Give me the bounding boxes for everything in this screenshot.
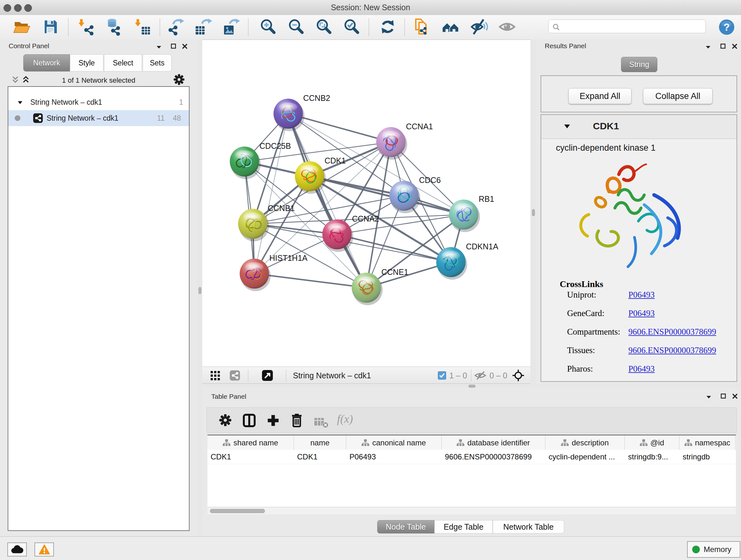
add-column-icon[interactable] <box>267 414 280 427</box>
cloud-button[interactable] <box>7 543 27 557</box>
control-panel-menu-icon[interactable] <box>155 44 163 51</box>
results-panel-close-icon[interactable] <box>731 43 739 51</box>
export-image-icon[interactable] <box>222 18 240 36</box>
help-icon[interactable]: ? <box>719 19 735 35</box>
function-builder-icon-disabled[interactable]: f(x) <box>337 412 353 426</box>
crosslink-value-link[interactable]: 9606.ENSP00000378699 <box>628 346 716 355</box>
show-all-icon[interactable] <box>498 18 516 36</box>
birds-eye-view-icon[interactable] <box>262 370 273 381</box>
show-columns-icon[interactable] <box>243 414 256 428</box>
collection-label: String Network – cdk1 <box>30 98 102 107</box>
control-tab-sets[interactable]: Sets <box>143 54 172 71</box>
new-network-from-selection-icon[interactable] <box>414 18 432 36</box>
import-network-database-icon[interactable] <box>105 18 122 36</box>
table-cell[interactable]: stringdb:9... <box>625 450 679 464</box>
network-node-CCNA1[interactable] <box>376 127 407 160</box>
network-node-CDC25B[interactable] <box>230 146 261 179</box>
collection-expand-icon[interactable] <box>17 100 23 106</box>
network-share-view-icon[interactable] <box>230 370 240 381</box>
network-node-CDC6[interactable] <box>389 181 420 213</box>
delete-table-icon-disabled[interactable] <box>314 417 329 428</box>
scrollbar-thumb[interactable] <box>210 509 265 513</box>
table-tab-node-table[interactable]: Node Table <box>377 520 434 534</box>
network-collection-row[interactable]: String Network – cdk1 1 <box>8 95 189 110</box>
grid-view-icon[interactable] <box>211 371 220 381</box>
table-cell[interactable]: P06493 <box>346 450 442 464</box>
network-node-RB1[interactable] <box>449 199 480 232</box>
network-canvas[interactable]: CCNB2CCNA1CDC25BCDK1CDC6RB1CCNB1CCNA2CDK… <box>202 40 530 367</box>
network-edge-HIST1H1A-CCNE1[interactable] <box>254 273 366 288</box>
delete-column-trash-icon[interactable] <box>290 413 303 428</box>
memory-button[interactable]: Memory <box>687 541 740 558</box>
export-network-icon[interactable] <box>167 18 185 36</box>
network-node-CCNB2[interactable] <box>273 99 305 131</box>
control-tab-network[interactable]: Network <box>23 54 70 71</box>
table-tab-network-table[interactable]: Network Table <box>493 520 564 534</box>
table-cell[interactable]: 9606.ENSP00000378699 <box>442 450 545 464</box>
crosslink-value-link[interactable]: P06493 <box>628 290 655 300</box>
table-panel-float-icon[interactable] <box>720 393 728 400</box>
collapse-all-button[interactable]: Collapse All <box>643 88 713 104</box>
table-cell[interactable]: CDK1 <box>294 450 346 464</box>
import-table-file-icon[interactable] <box>133 18 151 36</box>
refresh-network-icon[interactable] <box>379 18 397 36</box>
table-settings-gear-icon[interactable] <box>219 414 232 427</box>
column-header-database-identifier[interactable]: database identifier <box>442 435 545 450</box>
splitter-handle[interactable] <box>532 209 535 216</box>
table-cell[interactable]: CDK1 <box>207 450 294 464</box>
network-node-HIST1H1A[interactable] <box>240 259 271 291</box>
column-header-canonical-name[interactable]: canonical name <box>346 435 442 450</box>
warnings-button[interactable] <box>35 543 54 557</box>
table-panel-menu-icon[interactable] <box>705 393 713 401</box>
column-header-description[interactable]: description <box>545 435 625 450</box>
control-panel-float-icon[interactable] <box>170 43 178 51</box>
export-table-icon[interactable] <box>194 18 212 36</box>
expand-all-button[interactable]: Expand All <box>568 88 631 104</box>
zoom-fit-icon[interactable] <box>315 18 333 36</box>
save-session-icon[interactable] <box>42 18 59 36</box>
splitter-handle[interactable] <box>199 287 201 294</box>
column-header--id[interactable]: @id <box>625 435 679 450</box>
vertical-splitter-left[interactable] <box>197 40 202 537</box>
first-neighbors-icon[interactable] <box>442 18 460 36</box>
crosslink-value-link[interactable]: P06493 <box>628 308 655 318</box>
vertical-splitter-right[interactable] <box>530 40 536 384</box>
hidden-eye-icon[interactable] <box>474 371 486 380</box>
search-input[interactable] <box>548 19 706 33</box>
network-node-CDK1[interactable] <box>295 161 326 194</box>
network-row-selected[interactable]: String Network – cdk1 11 48 <box>8 110 189 126</box>
column-header-namespac[interactable]: namespac <box>679 435 736 450</box>
horizontal-splitter[interactable] <box>202 384 741 388</box>
results-panel-menu-icon[interactable] <box>704 44 712 51</box>
zoom-selected-icon[interactable] <box>343 18 360 36</box>
open-session-icon[interactable] <box>13 18 30 36</box>
table-row[interactable]: CDK1CDK1P064939606.ENSP00000378699cyclin… <box>207 450 736 464</box>
control-panel-close-icon[interactable] <box>181 43 189 51</box>
network-node-CCNE1[interactable] <box>352 273 383 305</box>
fit-selected-crosshair-icon[interactable] <box>512 369 525 382</box>
table-panel-close-icon[interactable] <box>731 393 739 400</box>
results-tab-string[interactable]: String <box>621 57 657 72</box>
zoom-out-icon[interactable] <box>287 18 305 36</box>
zoom-in-icon[interactable] <box>259 18 277 36</box>
table-cell[interactable]: cyclin-dependent ... <box>545 450 625 464</box>
results-panel-float-icon[interactable] <box>720 43 727 51</box>
column-header-name[interactable]: name <box>294 435 346 450</box>
network-edge-CCNB2-HIST1H1A[interactable] <box>254 114 288 273</box>
table-cell[interactable]: stringdb <box>679 450 736 464</box>
control-tab-select[interactable]: Select <box>104 54 142 71</box>
network-node-CDKN1A[interactable] <box>436 247 467 280</box>
column-header-shared-name[interactable]: shared name <box>207 435 294 450</box>
import-network-file-icon[interactable] <box>77 18 95 36</box>
table-tab-edge-table[interactable]: Edge Table <box>434 520 493 534</box>
table-panel-title: Table Panel <box>211 393 246 400</box>
network-options-gear-icon[interactable] <box>173 74 185 85</box>
selected-checkbox-icon[interactable] <box>438 371 446 380</box>
table-horizontal-scrollbar[interactable] <box>207 507 736 514</box>
hide-selection-icon[interactable] <box>470 18 488 36</box>
splitter-handle[interactable] <box>468 385 475 388</box>
control-tab-style[interactable]: Style <box>70 54 104 71</box>
crosslink-value-link[interactable]: P06493 <box>628 364 655 374</box>
section-collapse-icon[interactable] <box>563 123 570 130</box>
crosslink-value-link[interactable]: 9606.ENSP00000378699 <box>628 327 716 337</box>
